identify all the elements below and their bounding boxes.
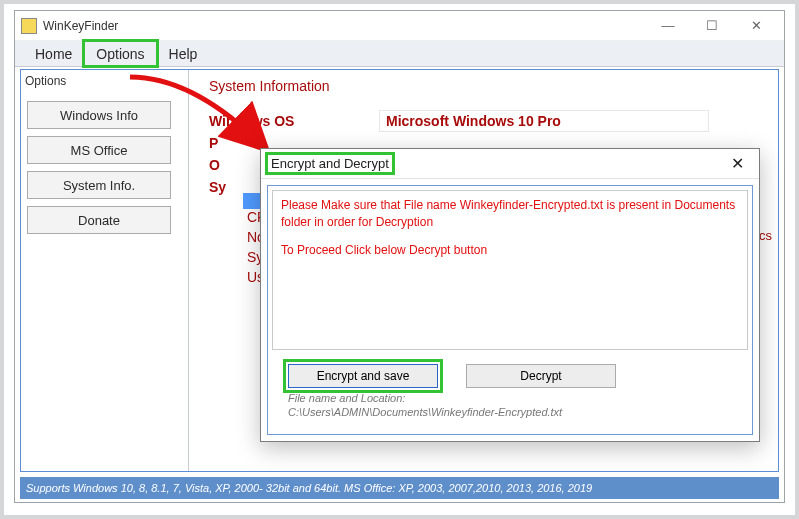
minimize-button[interactable]: — — [646, 12, 690, 40]
file-path-info: File name and Location: C:\Users\ADMIN\D… — [288, 392, 748, 420]
menu-help[interactable]: Help — [157, 41, 210, 66]
sidebar: Options Windows Info MS Office System In… — [21, 70, 189, 471]
sidebar-item-windows-info[interactable]: Windows Info — [27, 101, 171, 129]
value-windows-os: Microsoft Windows 10 Pro — [379, 110, 709, 132]
menu-options[interactable]: Options — [84, 41, 156, 66]
dialog-titlebar: Encrypt and Decrypt ✕ — [261, 149, 759, 179]
close-button[interactable]: ✕ — [734, 12, 778, 40]
dialog-msg-2: To Proceed Click below Decrypt button — [281, 242, 739, 259]
encrypt-decrypt-dialog: Encrypt and Decrypt ✕ Please Make sure t… — [260, 148, 760, 442]
label-windows-os: Windows OS — [209, 113, 379, 129]
dialog-title: Encrypt and Decrypt — [269, 156, 391, 171]
dialog-body: Please Make sure that File name Winkeyfi… — [267, 185, 753, 435]
row-windows-os: Windows OS Microsoft Windows 10 Pro — [209, 110, 768, 132]
status-bar: Supports Windows 10, 8, 8.1, 7, Vista, X… — [20, 477, 779, 499]
app-icon — [21, 18, 37, 34]
sidebar-item-ms-office[interactable]: MS Office — [27, 136, 171, 164]
encrypt-and-save-button[interactable]: Encrypt and save — [288, 364, 438, 388]
titlebar: WinKeyFinder — ☐ ✕ — [15, 11, 784, 41]
decrypt-button[interactable]: Decrypt — [466, 364, 616, 388]
menu-home[interactable]: Home — [23, 41, 84, 66]
dialog-close-button[interactable]: ✕ — [715, 150, 759, 178]
dialog-msg-1: Please Make sure that File name Winkeyfi… — [281, 197, 739, 232]
status-text: Supports Windows 10, 8, 8.1, 7, Vista, X… — [26, 482, 592, 494]
menubar: Home Options Help — [15, 41, 784, 67]
sidebar-item-donate[interactable]: Donate — [27, 206, 171, 234]
sidebar-item-system-info[interactable]: System Info. — [27, 171, 171, 199]
dialog-message-box: Please Make sure that File name Winkeyfi… — [272, 190, 748, 350]
window-title: WinKeyFinder — [43, 19, 118, 33]
file-path-label: File name and Location: — [288, 392, 748, 406]
dialog-button-row: Encrypt and save Decrypt — [288, 364, 748, 388]
file-path-value: C:\Users\ADMIN\Documents\Winkeyfinder-En… — [288, 406, 748, 420]
section-title: System Information — [209, 78, 768, 94]
sidebar-label: Options — [23, 72, 184, 94]
maximize-button[interactable]: ☐ — [690, 12, 734, 40]
